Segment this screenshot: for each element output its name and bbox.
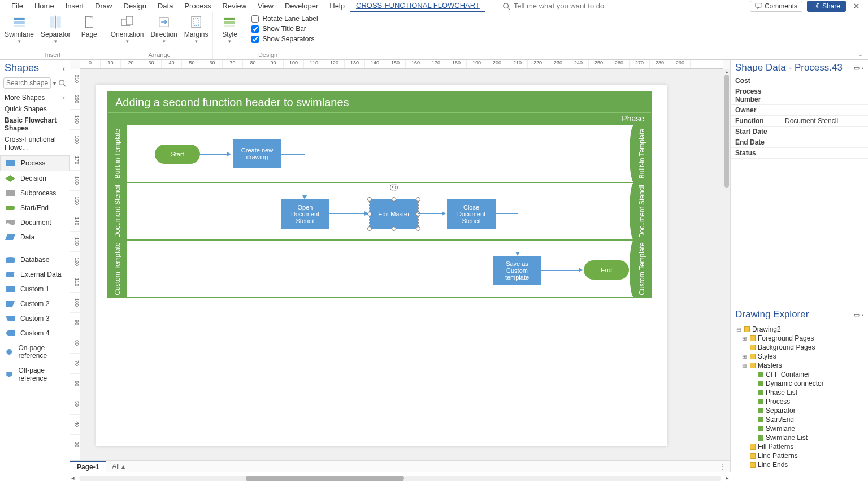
drawing-explorer-tree[interactable]: ⊟Drawing2 ⊞Foreground Pages Background P… xyxy=(731,322,868,472)
menu-file[interactable]: File xyxy=(6,1,29,11)
menu-design[interactable]: Design xyxy=(118,1,152,11)
show-title-check[interactable]: Show Title Bar xyxy=(251,25,318,33)
shape-data-row[interactable]: Start Date xyxy=(731,127,868,137)
shape-entry-data[interactable]: Data xyxy=(0,230,70,245)
shape-entry-custom-4[interactable]: Custom 4 xyxy=(0,326,70,341)
shape-entry-off-page-reference[interactable]: Off-page reference xyxy=(0,363,70,386)
rotate-lane-check[interactable]: Rotate Lane Label xyxy=(251,15,318,23)
tree-master-item[interactable]: Start/End xyxy=(734,415,865,424)
shape-entry-external-data[interactable]: External Data xyxy=(0,267,70,282)
handle-sw[interactable] xyxy=(367,226,372,231)
shape-start[interactable]: Start xyxy=(155,145,200,164)
tree-master-item[interactable]: CFF Container xyxy=(734,370,865,379)
tree-linee[interactable]: Line Ends xyxy=(758,461,788,469)
scroll-thumb-v[interactable] xyxy=(724,75,729,188)
shape-data-row[interactable]: Process Number xyxy=(731,86,868,105)
quick-shapes-item[interactable]: Quick Shapes xyxy=(0,103,70,115)
lane-custom[interactable]: Custom Template Save as Custom template … xyxy=(108,239,651,297)
handle-w[interactable] xyxy=(367,212,372,216)
shape-entry-document[interactable]: Document xyxy=(0,215,70,230)
phase-header[interactable]: Phase xyxy=(108,112,651,124)
collapse-shapes-icon[interactable]: ‹ xyxy=(62,64,65,73)
menu-insert[interactable]: Insert xyxy=(60,1,90,11)
shape-entry-subprocess[interactable]: Subprocess xyxy=(0,186,70,200)
menu-cff[interactable]: CROSS-FUNCTIONAL FLOWCHART xyxy=(350,0,485,12)
shape-data-row[interactable]: Status xyxy=(731,148,868,159)
shape-entry-decision[interactable]: Decision xyxy=(0,171,70,186)
menu-home[interactable]: Home xyxy=(29,1,60,11)
lane-document[interactable]: Document Stencil Open Document Stencil E… xyxy=(108,182,651,239)
share-button[interactable]: Share xyxy=(807,1,846,12)
shape-entry-custom-3[interactable]: Custom 3 xyxy=(0,311,70,326)
menu-data[interactable]: Data xyxy=(152,1,179,11)
hscroll-right-icon[interactable]: ▸ xyxy=(726,474,729,482)
page-tab-1[interactable]: Page-1 xyxy=(70,461,106,472)
tree-master-item[interactable]: Phase List xyxy=(734,388,865,397)
swimlane-title[interactable]: Adding a second function header to swiml… xyxy=(108,93,651,112)
menu-process[interactable]: Process xyxy=(179,1,216,11)
scroll-thumb-h[interactable] xyxy=(246,476,404,481)
page-tabs-menu-icon[interactable]: ⋮ xyxy=(719,463,730,470)
tree-master-item[interactable]: Dynamic connector xyxy=(734,379,865,388)
lane-builtin[interactable]: Built-in Template Start Create new drawi… xyxy=(108,124,651,182)
menu-draw[interactable]: Draw xyxy=(89,1,118,11)
show-sep-check[interactable]: Show Separators xyxy=(251,35,318,43)
handle-se[interactable] xyxy=(416,226,420,231)
tree-master-item[interactable]: Separator xyxy=(734,406,865,415)
cff-shapes-item[interactable]: Cross-Functional Flowc... xyxy=(0,134,70,153)
menu-help[interactable]: Help xyxy=(324,1,350,11)
menu-view[interactable]: View xyxy=(252,1,279,11)
tree-master-item[interactable]: Process xyxy=(734,397,865,406)
scrollbar-vertical[interactable]: ▴ ▾ xyxy=(723,69,730,465)
add-page-button[interactable]: + xyxy=(131,461,146,472)
search-icon[interactable] xyxy=(58,79,66,87)
shape-data-row[interactable]: Owner xyxy=(731,105,868,116)
tree-master-item[interactable]: Swimlane List xyxy=(734,433,865,442)
swimlane-container[interactable]: Adding a second function header to swiml… xyxy=(107,91,652,298)
tree-root[interactable]: Drawing2 xyxy=(752,325,781,333)
menu-developer[interactable]: Developer xyxy=(279,1,324,11)
shape-end[interactable]: End xyxy=(584,260,629,280)
tree-masters[interactable]: Masters xyxy=(758,361,782,369)
swimlane-button[interactable]: Swimlane▾ xyxy=(5,15,34,44)
basic-shapes-item[interactable]: Basic Flowchart Shapes xyxy=(0,115,70,134)
handle-n[interactable] xyxy=(392,197,396,202)
margins-button[interactable]: Margins▾ xyxy=(184,15,209,44)
tree-fill[interactable]: Fill Patterns xyxy=(758,443,793,451)
tree-bg[interactable]: Background Pages xyxy=(758,343,815,351)
shape-entry-start-end[interactable]: Start/End xyxy=(0,200,70,215)
shape-open[interactable]: Open Document Stencil xyxy=(281,199,329,229)
handle-ne[interactable] xyxy=(416,197,420,202)
shape-entry-custom-2[interactable]: Custom 2 xyxy=(0,296,70,311)
direction-button[interactable]: Direction▾ xyxy=(150,15,177,44)
panel-controls-icon[interactable]: ▭ › xyxy=(854,311,863,319)
page-button[interactable]: Page xyxy=(77,15,101,38)
shape-entry-database[interactable]: Database xyxy=(0,252,70,267)
tree-master-item[interactable]: Swimlane xyxy=(734,424,865,433)
close-icon[interactable]: ✕ xyxy=(850,1,862,11)
tree-linep[interactable]: Line Patterns xyxy=(758,452,798,460)
shape-data-row[interactable]: Cost xyxy=(731,76,868,86)
shape-data-row[interactable]: End Date xyxy=(731,137,868,148)
separator-button[interactable]: Separator▾ xyxy=(41,15,71,44)
comments-button[interactable]: Comments xyxy=(750,1,802,12)
shape-entry-custom-1[interactable]: Custom 1 xyxy=(0,282,70,296)
menu-review[interactable]: Review xyxy=(216,1,252,11)
ribbon-collapse-icon[interactable]: ⌄ xyxy=(857,50,868,59)
orientation-button[interactable]: Orientation▾ xyxy=(111,15,144,44)
handle-nw[interactable] xyxy=(367,197,372,202)
hscroll-left-icon[interactable]: ◂ xyxy=(71,474,75,482)
shape-entry-on-page-reference[interactable]: On-page reference xyxy=(0,341,70,363)
more-shapes-item[interactable]: More Shapes › xyxy=(0,92,70,103)
shape-close[interactable]: Close Document Stencil xyxy=(447,199,496,229)
tree-styles[interactable]: Styles xyxy=(758,352,776,360)
shapes-search-input[interactable] xyxy=(3,77,51,89)
handle-s[interactable] xyxy=(392,226,396,231)
shape-save[interactable]: Save as Custom template xyxy=(493,256,541,285)
tell-me-search[interactable]: Tell me what you want to do xyxy=(502,2,604,10)
shape-edit-selected[interactable]: Edit Master xyxy=(370,199,418,229)
handle-e[interactable] xyxy=(416,212,420,216)
shape-entry-process[interactable]: Process xyxy=(0,155,70,171)
panel-controls-icon[interactable]: ▭ › xyxy=(854,64,863,72)
scrollbar-horizontal[interactable] xyxy=(79,476,721,481)
